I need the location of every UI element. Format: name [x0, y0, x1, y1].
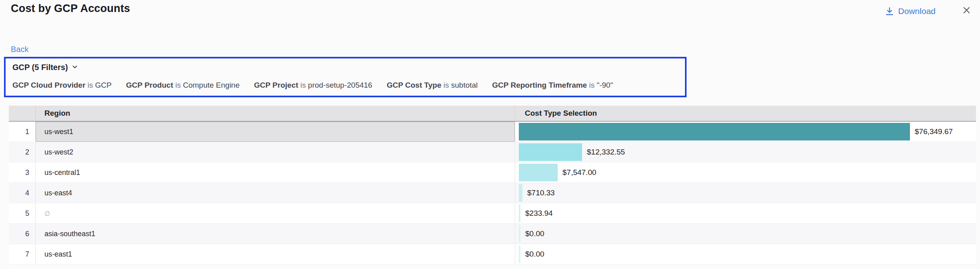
cost-bar[interactable] — [519, 164, 558, 181]
table-row: 6asia-southeast1$0.00 — [9, 224, 976, 244]
cost-value-label: $0.00 — [525, 229, 544, 238]
table-body: 1us-west1$76,349.672us-west2$12,332.553u… — [9, 122, 976, 265]
filter-name: GCP Product — [126, 81, 173, 89]
row-number: 1 — [9, 122, 35, 142]
filter-op: is — [444, 81, 449, 89]
table-row: 7us-east1$0.00 — [9, 244, 976, 265]
cost-bar[interactable] — [519, 205, 520, 222]
row-number: 3 — [9, 163, 35, 183]
region-cell[interactable]: us-west2 — [35, 142, 515, 162]
row-number: 6 — [9, 224, 35, 244]
cost-bar[interactable] — [519, 123, 910, 141]
cost-value-label: $76,349.67 — [915, 127, 953, 136]
filter-group-box: GCP (5 Filters) GCP Cloud Provider is GC… — [4, 57, 687, 97]
filter-name: GCP Project — [254, 81, 299, 89]
cost-panel: Cost by GCP Accounts Download Back GCP (… — [0, 0, 980, 269]
cost-value-label: $0.00 — [525, 250, 544, 259]
filter-list: GCP Cloud Provider is GCPGCP Product is … — [12, 81, 613, 90]
region-value: ∅ — [44, 210, 50, 217]
row-number: 2 — [9, 142, 35, 162]
close-button[interactable] — [962, 6, 971, 16]
table-header-row: Region Cost Type Selection — [9, 106, 976, 122]
filter-item[interactable]: GCP Reporting Timeframe is "-90" — [492, 81, 613, 90]
region-value: us-west1 — [44, 128, 73, 136]
header-cost-type-selection[interactable]: Cost Type Selection — [515, 106, 976, 121]
region-value: asia-southeast1 — [44, 230, 95, 238]
region-value: us-east1 — [44, 250, 72, 259]
region-cell[interactable]: us-west1 — [35, 122, 515, 142]
cost-cell[interactable]: $0.00 — [515, 224, 976, 244]
filter-summary-dropdown[interactable]: GCP (5 Filters) — [12, 63, 78, 72]
filter-item[interactable]: GCP Cloud Provider is GCP — [12, 81, 112, 90]
filter-value: Compute Engine — [183, 81, 240, 89]
filter-value: "-90" — [596, 81, 613, 89]
cost-cell[interactable]: $710.33 — [515, 183, 976, 203]
cost-cell[interactable]: $233.94 — [515, 203, 976, 223]
download-button[interactable]: Download — [885, 6, 936, 16]
cost-value-label: $12,332.55 — [587, 148, 625, 157]
back-link[interactable]: Back — [11, 45, 28, 54]
cost-cell[interactable]: $76,349.67 — [515, 122, 976, 142]
row-number: 7 — [9, 244, 35, 264]
row-number: 5 — [9, 203, 35, 223]
region-cell[interactable]: ∅ — [35, 203, 515, 223]
filter-op: is — [175, 81, 181, 89]
cost-cell[interactable]: $7,547.00 — [515, 163, 976, 183]
filter-value: subtotal — [451, 81, 478, 89]
filter-value: GCP — [95, 81, 112, 89]
filter-item[interactable]: GCP Project is prod-setup-205416 — [254, 81, 372, 90]
cost-value-label: $7,547.00 — [562, 168, 596, 177]
filter-name: GCP Cost Type — [387, 81, 442, 89]
filter-op: is — [88, 81, 93, 89]
region-cell[interactable]: us-central1 — [35, 163, 515, 183]
filter-value: prod-setup-205416 — [308, 81, 372, 89]
download-label: Download — [898, 6, 936, 16]
region-value: us-west2 — [44, 148, 73, 157]
filter-op: is — [300, 81, 306, 89]
filter-name: GCP Reporting Timeframe — [492, 81, 587, 89]
cost-bar[interactable] — [519, 245, 520, 263]
cost-cell[interactable]: $12,332.55 — [515, 142, 976, 162]
download-icon — [885, 6, 894, 16]
cost-cell[interactable]: $0.00 — [515, 244, 976, 264]
region-value: us-central1 — [44, 169, 80, 177]
table-row: 4us-east4$710.33 — [9, 183, 976, 203]
cost-value-label: $710.33 — [527, 189, 555, 197]
region-cell[interactable]: asia-southeast1 — [35, 224, 515, 244]
cost-bar[interactable] — [519, 143, 582, 161]
cost-table: Region Cost Type Selection 1us-west1$76,… — [9, 106, 976, 265]
header-row-number — [9, 106, 35, 121]
cost-bar[interactable] — [519, 184, 522, 202]
filter-name: GCP Cloud Provider — [12, 81, 85, 89]
row-number: 4 — [9, 183, 35, 203]
top-actions: Download — [885, 6, 971, 16]
table-row: 1us-west1$76,349.67 — [9, 122, 976, 142]
table-row: 3us-central1$7,547.00 — [9, 163, 976, 183]
header-region[interactable]: Region — [35, 106, 515, 121]
cost-bar[interactable] — [519, 225, 520, 243]
filter-op: is — [589, 81, 594, 89]
chevron-down-icon — [72, 63, 78, 72]
region-value: us-east4 — [44, 189, 72, 197]
cost-value-label: $233.94 — [525, 209, 553, 218]
close-icon — [962, 6, 971, 16]
region-cell[interactable]: us-east1 — [35, 244, 515, 264]
table-row: 5∅$233.94 — [9, 203, 976, 224]
page-title: Cost by GCP Accounts — [11, 2, 130, 15]
filter-item[interactable]: GCP Product is Compute Engine — [126, 81, 240, 90]
filter-summary-label: GCP (5 Filters) — [12, 63, 68, 72]
table-row: 2us-west2$12,332.55 — [9, 142, 976, 163]
region-cell[interactable]: us-east4 — [35, 183, 515, 203]
filter-item[interactable]: GCP Cost Type is subtotal — [387, 81, 478, 90]
